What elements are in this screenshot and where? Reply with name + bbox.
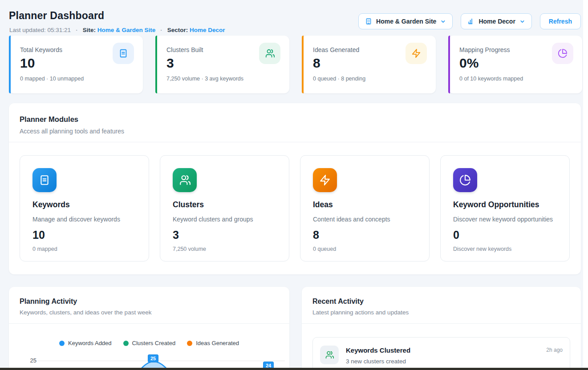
module-description: Keyword clusters and groups — [173, 216, 253, 223]
stat-subtext: 0 queued · 8 pending — [313, 76, 365, 82]
document-icon — [113, 43, 134, 64]
module-description: Manage and discover keywords — [32, 216, 120, 223]
site-link[interactable]: Home & Garden Site — [97, 27, 156, 33]
module-card-keywords[interactable]: Keywords Manage and discover keywords 10… — [20, 155, 149, 261]
stat-subtext: 0 of 10 keywords mapped — [459, 76, 523, 82]
card-subtitle: Latest planning actions and updates — [312, 309, 570, 316]
users-icon — [259, 43, 280, 64]
activity-list-item: Keywords Clustered 2h ago 3 new clusters… — [312, 337, 570, 370]
meta-separator: · — [76, 27, 78, 33]
stat-value: 3 — [166, 55, 174, 71]
module-description: Discover new keyword opportunities — [453, 216, 553, 223]
legend-dot-icon — [123, 341, 129, 346]
module-title: Keywords — [32, 200, 70, 209]
legend-label: Keywords Added — [68, 340, 112, 346]
stat-title: Total Keywords — [20, 46, 62, 53]
stat-value: 0% — [459, 55, 479, 71]
legend-item-clusters-created[interactable]: Clusters Created — [123, 340, 176, 346]
sector-label: Sector: — [167, 27, 188, 33]
planner-modules-panel: Planner Modules Access all planning tool… — [9, 103, 581, 274]
data-label-badge: 25 — [148, 354, 158, 362]
stat-subtext: 0 mapped · 10 unmapped — [20, 76, 84, 82]
card-subtitle: Keywords, clusters, and ideas over the p… — [20, 309, 279, 316]
planning-activity-header: Planning Activity Keywords, clusters, an… — [9, 287, 289, 324]
activity-description: 3 new clusters created — [346, 358, 406, 365]
stat-title: Ideas Generated — [313, 46, 359, 53]
module-value: 10 — [32, 229, 45, 241]
section-subtitle: Access all planning tools and features — [20, 128, 570, 135]
page-title: Planner Dashboard — [9, 10, 104, 22]
module-card-clusters[interactable]: Clusters Keyword clusters and groups 3 7… — [160, 155, 289, 261]
module-card-ideas[interactable]: Ideas Content ideas and concepts 8 0 que… — [300, 155, 430, 261]
scrollbar-track[interactable] — [583, 0, 588, 370]
section-title: Planner Modules — [20, 115, 570, 124]
building-icon — [365, 18, 372, 25]
stat-value: 8 — [313, 55, 320, 71]
legend-label: Ideas Generated — [196, 340, 239, 346]
legend-item-keywords-added[interactable]: Keywords Added — [59, 340, 112, 346]
stat-card-total-keywords: Total Keywords 10 0 mapped · 10 unmapped — [9, 36, 143, 93]
module-description: Content ideas and concepts — [313, 216, 390, 223]
header-controls: Home & Garden Site Home Decor Refresh — [358, 13, 581, 29]
pie-chart-icon — [453, 168, 477, 192]
sector-link[interactable]: Home Decor — [190, 27, 225, 33]
bolt-icon — [406, 43, 427, 64]
window-bottom-edge — [0, 368, 588, 370]
card-title: Recent Activity — [312, 298, 570, 306]
activity-title: Keywords Clustered — [346, 346, 410, 354]
sector-meta: Sector: Home Decor — [167, 27, 225, 33]
module-title: Keyword Opportunities — [453, 200, 539, 209]
module-title: Ideas — [313, 200, 333, 209]
stat-card-clusters-built: Clusters Built 3 7,250 volume · 3 avg ke… — [155, 36, 289, 93]
site-meta: Site: Home & Garden Site — [83, 27, 156, 33]
sector-selector-dropdown[interactable]: Home Decor — [461, 13, 531, 29]
module-subtext: 0 mapped — [32, 246, 57, 252]
site-selector-dropdown[interactable]: Home & Garden Site — [358, 13, 453, 29]
module-value: 0 — [453, 229, 459, 241]
users-icon — [173, 168, 197, 192]
module-subtext: Discover new keywords — [453, 246, 511, 252]
chart-legend: Keywords Added Clusters Created Ideas Ge… — [9, 340, 289, 346]
module-subtext: 7,250 volume — [173, 246, 206, 252]
legend-label: Clusters Created — [132, 340, 176, 346]
module-card-keyword-opportunities[interactable]: Keyword Opportunities Discover new keywo… — [440, 155, 570, 261]
recent-activity-header: Recent Activity Latest planning actions … — [302, 287, 581, 324]
chevron-down-icon — [440, 19, 446, 24]
stat-title: Mapping Progress — [459, 46, 510, 53]
module-subtext: 0 queued — [313, 246, 336, 252]
chevron-down-icon — [519, 19, 525, 24]
bolt-icon — [313, 168, 337, 192]
document-icon — [32, 168, 57, 192]
stat-subtext: 7,250 volume · 3 avg keywords — [166, 76, 243, 82]
card-title: Planning Activity — [20, 298, 279, 306]
pie-chart-icon — [552, 43, 573, 64]
meta-separator: · — [160, 27, 162, 33]
planning-activity-card: Planning Activity Keywords, clusters, an… — [9, 287, 289, 370]
y-axis-tick: 25 — [21, 357, 36, 364]
module-title: Clusters — [173, 200, 204, 209]
module-value: 3 — [173, 229, 179, 241]
sector-selector-value: Home Decor — [479, 18, 515, 25]
bar-chart-icon — [467, 18, 474, 25]
site-selector-value: Home & Garden Site — [376, 18, 436, 25]
meta-row: Last updated: 05:31:21 · Site: Home & Ga… — [9, 27, 225, 33]
legend-dot-icon — [59, 341, 65, 346]
module-value: 8 — [313, 229, 319, 241]
activity-timestamp: 2h ago — [546, 347, 563, 353]
stat-title: Clusters Built — [166, 46, 203, 53]
stat-card-ideas-generated: Ideas Generated 8 0 queued · 8 pending — [302, 36, 436, 93]
legend-item-ideas-generated[interactable]: Ideas Generated — [187, 340, 239, 346]
users-icon — [320, 346, 339, 364]
stat-value: 10 — [20, 55, 35, 71]
refresh-button[interactable]: Refresh — [540, 13, 581, 29]
recent-activity-card: Recent Activity Latest planning actions … — [302, 287, 581, 370]
planner-modules-header: Planner Modules Access all planning tool… — [9, 103, 581, 142]
stat-card-mapping-progress: Mapping Progress 0% 0 of 10 keywords map… — [448, 36, 582, 93]
legend-dot-icon — [187, 341, 192, 346]
last-updated-text: Last updated: 05:31:21 — [9, 27, 71, 33]
site-label: Site: — [83, 27, 96, 33]
